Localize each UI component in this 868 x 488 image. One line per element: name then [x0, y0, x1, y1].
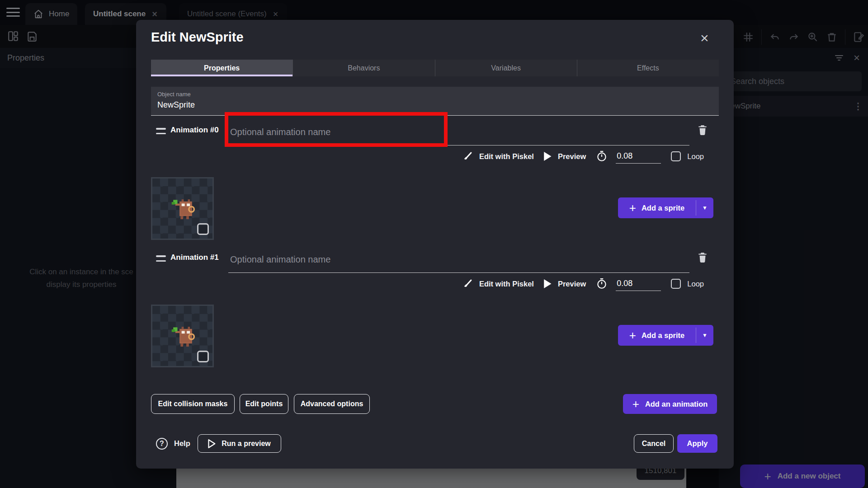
dialog-close-icon[interactable]: × — [700, 31, 709, 45]
time-between-frames-input[interactable] — [616, 149, 661, 164]
dialog-tabbar: Properties Behaviors Variables Effects — [151, 60, 719, 76]
object-name-value[interactable]: NewSprite — [157, 100, 712, 110]
help-icon: ? — [156, 438, 168, 450]
time-between-frames-input[interactable] — [616, 277, 661, 291]
pixel-creature-sprite — [169, 195, 196, 222]
stopwatch-icon — [596, 278, 608, 290]
animation-label: Animation #1 — [170, 253, 219, 262]
edit-collision-masks-button[interactable]: Edit collision masks — [151, 394, 235, 414]
apply-button[interactable]: Apply — [677, 434, 717, 453]
tab-behaviors[interactable]: Behaviors — [293, 60, 435, 76]
run-preview-button[interactable]: Run a preview — [198, 434, 281, 453]
animation-block-1: Animation #1 Edit with Piskel Preview — [136, 246, 734, 368]
tab-effects[interactable]: Effects — [577, 60, 719, 76]
delete-animation-icon[interactable] — [697, 124, 708, 136]
add-sprite-button[interactable]: + Add a sprite ▼ — [618, 325, 713, 346]
stopwatch-icon — [596, 150, 608, 162]
select-sprite-checkbox[interactable] — [197, 223, 209, 235]
brush-icon — [462, 151, 473, 162]
play-outline-icon — [208, 439, 216, 448]
add-animation-button[interactable]: + Add an animation — [623, 394, 717, 414]
animation-label: Animation #0 — [170, 126, 219, 135]
animation-controls: Edit with Piskel Preview Loop — [136, 148, 704, 164]
loop-checkbox[interactable] — [671, 279, 681, 289]
object-name-field[interactable]: Object name NewSprite — [151, 87, 719, 116]
preview-button[interactable]: Preview — [544, 279, 586, 288]
sprite-thumbnail[interactable] — [151, 305, 214, 367]
chevron-down-icon[interactable]: ▼ — [696, 325, 713, 346]
pixel-creature-sprite — [169, 323, 196, 350]
advanced-options-button[interactable]: Advanced options — [294, 394, 370, 414]
play-icon — [544, 152, 552, 161]
drag-handle-icon[interactable] — [156, 255, 166, 262]
loop-checkbox[interactable] — [671, 151, 681, 161]
plus-icon: + — [629, 202, 636, 214]
play-icon — [544, 279, 552, 288]
chevron-down-icon[interactable]: ▼ — [696, 197, 713, 218]
plus-icon: + — [632, 398, 639, 410]
tab-properties[interactable]: Properties — [151, 60, 293, 76]
drag-handle-icon[interactable] — [156, 128, 166, 134]
animation-controls: Edit with Piskel Preview Loop — [136, 276, 704, 292]
cancel-button[interactable]: Cancel — [634, 434, 674, 453]
brush-icon — [462, 278, 473, 289]
highlight-rectangle — [225, 112, 448, 147]
loop-label: Loop — [687, 152, 704, 161]
help-button[interactable]: ? Help — [156, 434, 190, 453]
loop-label: Loop — [687, 280, 704, 288]
edit-sprite-dialog: Edit NewSprite × Properties Behaviors Va… — [136, 20, 734, 469]
animation-name-field[interactable] — [228, 247, 689, 273]
animation-name-input[interactable] — [228, 247, 689, 273]
object-name-label: Object name — [157, 91, 712, 98]
tab-variables[interactable]: Variables — [435, 60, 577, 76]
preview-button[interactable]: Preview — [544, 152, 586, 161]
sprite-thumbnail[interactable] — [151, 177, 214, 240]
edit-with-piskel-button[interactable]: Edit with Piskel — [462, 151, 534, 162]
app-root: Home Untitled scene × Untitled scene (Ev… — [0, 0, 868, 488]
delete-animation-icon[interactable] — [697, 251, 708, 263]
edit-points-button[interactable]: Edit points — [240, 394, 288, 414]
dialog-title: Edit NewSprite — [151, 30, 244, 45]
edit-with-piskel-button[interactable]: Edit with Piskel — [462, 278, 534, 289]
add-sprite-button[interactable]: + Add a sprite ▼ — [618, 197, 713, 218]
plus-icon: + — [629, 329, 636, 341]
select-sprite-checkbox[interactable] — [197, 351, 209, 362]
